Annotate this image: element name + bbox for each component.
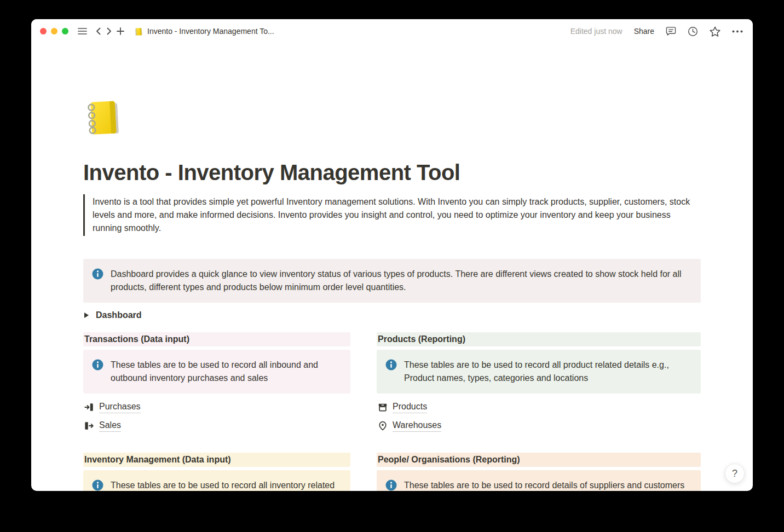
page-notebook-emoji-icon[interactable] bbox=[83, 96, 125, 137]
app-window: Invento - Inventory Management To... Edi… bbox=[31, 19, 753, 491]
section-header-products[interactable]: Products (Reporting) bbox=[377, 332, 701, 346]
share-button[interactable]: Share bbox=[634, 27, 654, 36]
back-button[interactable] bbox=[96, 27, 101, 35]
chevron-right-icon bbox=[107, 27, 112, 35]
section-header-transactions[interactable]: Transactions (Data input) bbox=[83, 332, 350, 346]
sidebar-menu-button[interactable] bbox=[78, 27, 87, 35]
transactions-callout-text: These tables are to be used to record al… bbox=[111, 358, 342, 385]
section-header-people-organisations[interactable]: People/ Organisations (Reporting) bbox=[377, 453, 701, 467]
titlebar: Invento - Inventory Management To... Edi… bbox=[31, 19, 753, 43]
star-icon bbox=[710, 26, 720, 37]
more-options-button[interactable] bbox=[732, 30, 743, 33]
new-tab-button[interactable] bbox=[117, 27, 124, 35]
door-export-icon bbox=[84, 421, 94, 431]
close-window-button[interactable] bbox=[40, 28, 47, 34]
info-icon bbox=[92, 479, 103, 491]
comments-button[interactable] bbox=[666, 26, 676, 36]
page-title[interactable]: Invento - Inventory Management Tool bbox=[83, 158, 701, 187]
dashboard-info-callout[interactable]: Dashboard provides a quick glance to vie… bbox=[83, 259, 701, 303]
edited-status: Edited just now bbox=[570, 27, 622, 36]
warehouses-link-label: Warehouses bbox=[393, 419, 441, 432]
two-column-layout: Transactions (Data input) These tables a… bbox=[83, 332, 701, 491]
notebook-emoji-icon bbox=[134, 27, 143, 36]
dashboard-toggle-label: Dashboard bbox=[96, 310, 142, 320]
minimize-window-button[interactable] bbox=[51, 28, 57, 34]
people-organisations-callout[interactable]: These tables are to be used to record de… bbox=[377, 470, 701, 491]
archive-box-icon bbox=[378, 402, 388, 412]
info-icon bbox=[385, 479, 397, 491]
inventory-management-callout[interactable]: These tables are to be used to record al… bbox=[83, 470, 350, 491]
help-button[interactable]: ? bbox=[725, 464, 745, 483]
dashboard-info-text: Dashboard provides a quick glance to vie… bbox=[111, 268, 692, 294]
sales-link-label: Sales bbox=[99, 419, 121, 432]
location-pin-icon bbox=[378, 421, 388, 431]
history-button[interactable] bbox=[688, 26, 698, 37]
page-link-warehouses[interactable]: Warehouses bbox=[377, 418, 701, 433]
right-column: Products (Reporting) These tables are to… bbox=[377, 332, 701, 491]
section-header-inventory-management[interactable]: Inventory Management (Data input) bbox=[83, 453, 350, 467]
left-column: Transactions (Data input) These tables a… bbox=[83, 332, 350, 491]
chevron-left-icon bbox=[96, 27, 101, 35]
page-link-sales[interactable]: Sales bbox=[83, 418, 350, 433]
tab-title[interactable]: Invento - Inventory Management To... bbox=[134, 27, 274, 36]
info-icon bbox=[385, 359, 397, 371]
page-body: Invento - Inventory Management Tool Inve… bbox=[31, 96, 753, 491]
page-link-purchases[interactable]: Purchases bbox=[83, 400, 350, 414]
door-import-icon bbox=[84, 402, 94, 412]
plus-icon bbox=[117, 27, 124, 35]
page-link-products[interactable]: Products bbox=[377, 400, 701, 414]
transactions-callout[interactable]: These tables are to be used to record al… bbox=[83, 350, 350, 394]
products-link-label: Products bbox=[393, 401, 427, 413]
dashboard-toggle[interactable]: Dashboard bbox=[83, 309, 701, 322]
favorite-button[interactable] bbox=[710, 26, 720, 37]
people-organisations-callout-text: These tables are to be used to record de… bbox=[404, 479, 684, 491]
inventory-management-callout-text: These tables are to be used to record al… bbox=[111, 479, 342, 491]
products-callout-text: These tables are to be used to record al… bbox=[404, 358, 692, 385]
tab-title-label: Invento - Inventory Management To... bbox=[147, 27, 274, 36]
traffic-lights bbox=[40, 28, 68, 34]
comment-icon bbox=[666, 26, 676, 36]
clock-icon bbox=[688, 26, 698, 37]
intro-quote[interactable]: Invento is a tool that provides simple y… bbox=[83, 194, 701, 236]
products-callout[interactable]: These tables are to be used to record al… bbox=[377, 350, 701, 394]
info-icon bbox=[92, 359, 103, 371]
ellipsis-icon bbox=[732, 30, 743, 33]
zoom-window-button[interactable] bbox=[62, 28, 68, 34]
info-icon bbox=[92, 268, 103, 280]
forward-button[interactable] bbox=[107, 27, 112, 35]
hamburger-icon bbox=[78, 27, 87, 35]
purchases-link-label: Purchases bbox=[99, 401, 141, 413]
toggle-triangle-icon[interactable] bbox=[84, 313, 89, 318]
